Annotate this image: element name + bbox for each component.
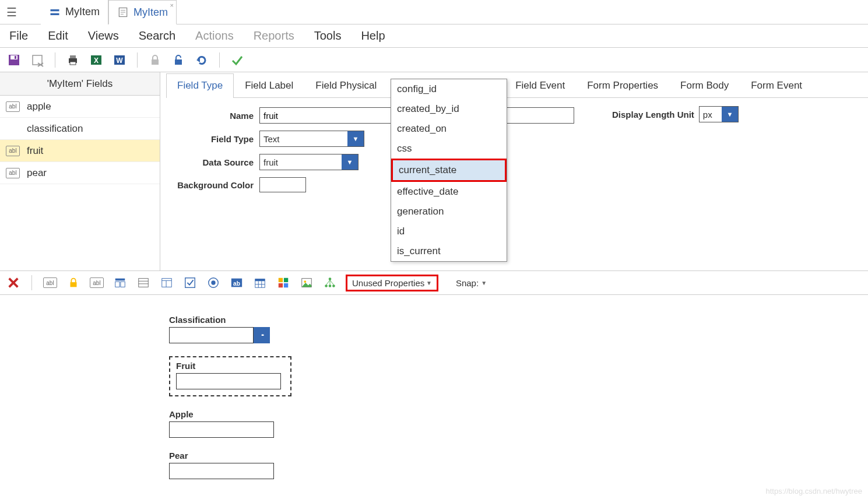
tab-label: MyItem: [133, 6, 168, 19]
svg-point-53: [332, 284, 335, 287]
apple-label: Apple: [169, 409, 461, 419]
chevron-down-icon[interactable]: ▼: [722, 107, 738, 122]
ellipsis-button[interactable]: ···: [254, 327, 270, 343]
done-icon[interactable]: [229, 52, 245, 68]
tab-field-label[interactable]: Field Label: [234, 73, 304, 97]
prop-tabs: Field Type Field Label Field Physical Fi…: [166, 73, 868, 98]
svg-line-54: [326, 280, 330, 284]
datasource-select[interactable]: fruit ▼: [259, 154, 359, 170]
undo-icon[interactable]: [194, 52, 210, 68]
toolbar: X W: [0, 48, 868, 72]
svg-point-50: [329, 277, 332, 280]
image-icon[interactable]: [299, 275, 314, 290]
tab-form-event[interactable]: Form Event: [740, 73, 813, 97]
abl-icon: abl: [6, 168, 20, 178]
svg-rect-46: [279, 283, 283, 287]
snap-button[interactable]: Snap: ▼: [456, 278, 487, 288]
svg-rect-27: [121, 282, 125, 287]
apple-input[interactable]: [169, 421, 274, 438]
tree-icon[interactable]: [322, 275, 338, 290]
tiles-icon[interactable]: [276, 275, 291, 290]
form-layout-icon[interactable]: [159, 275, 174, 290]
tab-field-physical[interactable]: Field Physical: [304, 73, 388, 97]
check-icon[interactable]: [182, 275, 198, 290]
svg-rect-28: [139, 279, 149, 287]
chevron-down-icon[interactable]: ▼: [342, 154, 358, 170]
form-area: Name Field Type Text ▼ Data Source fruit…: [160, 98, 868, 209]
layout1-icon[interactable]: [113, 275, 128, 290]
abl-textbox2-icon[interactable]: abl: [89, 275, 104, 290]
field-row-apple[interactable]: abl apple: [0, 96, 160, 118]
tab-field-type[interactable]: Field Type: [166, 73, 234, 98]
tab-form-properties[interactable]: Form Properties: [576, 73, 669, 97]
close-icon[interactable]: ×: [170, 2, 174, 9]
svg-rect-26: [115, 282, 120, 287]
excel-icon[interactable]: X: [88, 52, 104, 68]
field-row-pear[interactable]: abl pear: [0, 162, 160, 184]
print-icon[interactable]: [65, 52, 81, 68]
dd-generation[interactable]: generation: [391, 202, 507, 222]
dd-created-by-id[interactable]: created_by_id: [391, 99, 507, 119]
classification-input[interactable]: [169, 327, 254, 343]
unused-properties-button[interactable]: Unused Properties ▼: [346, 275, 438, 291]
mid-toolbar: abl abl ab Unused Properties ▼ Snap: ▼: [0, 270, 868, 295]
list-icon[interactable]: [136, 275, 151, 290]
menu-help[interactable]: Help: [357, 27, 388, 45]
tab-label: MyItem: [65, 6, 100, 18]
svg-rect-47: [284, 283, 288, 287]
select-text: px: [700, 107, 722, 122]
field-label: pear: [27, 167, 47, 179]
sidebar: 'MyItem' Fields abl apple classification…: [0, 72, 160, 270]
close-x-icon[interactable]: [6, 275, 21, 290]
menu-actions[interactable]: Actions: [192, 27, 237, 45]
dd-config-id[interactable]: config_id: [391, 79, 507, 99]
delete-icon[interactable]: [29, 52, 45, 68]
hamburger-icon[interactable]: ☰: [0, 5, 23, 19]
tab-form-body[interactable]: Form Body: [669, 73, 740, 97]
menu-file[interactable]: File: [6, 27, 31, 45]
fruit-box[interactable]: Fruit: [169, 356, 291, 396]
dd-current-state[interactable]: current_state: [391, 159, 507, 182]
menu-search[interactable]: Search: [135, 27, 179, 45]
menu-reports[interactable]: Reports: [250, 27, 298, 45]
lock-icon[interactable]: [147, 52, 163, 68]
dd-effective-date[interactable]: effective_date: [391, 182, 507, 202]
unlock-icon[interactable]: [170, 52, 187, 68]
ab-icon[interactable]: ab: [229, 275, 244, 290]
watermark: https://blog.csdn.net/hwytree: [766, 487, 862, 496]
dd-created-on[interactable]: created_on: [391, 119, 507, 139]
svg-rect-44: [279, 278, 283, 282]
word-icon[interactable]: W: [111, 52, 128, 68]
lock-yellow-icon[interactable]: [66, 275, 81, 290]
svg-rect-0: [51, 9, 59, 11]
tab-myitem-form[interactable]: × MyItem: [108, 0, 177, 24]
svg-text:X: X: [94, 57, 99, 65]
menu-tools[interactable]: Tools: [311, 27, 345, 45]
svg-point-36: [211, 280, 215, 284]
menu-views[interactable]: Views: [85, 27, 122, 45]
dd-css[interactable]: css: [391, 139, 507, 159]
dd-is-current[interactable]: is_current: [391, 241, 507, 261]
tab-myitem-main[interactable]: MyItem: [41, 0, 108, 24]
radio-icon[interactable]: [206, 275, 221, 290]
pear-input[interactable]: [169, 463, 274, 479]
bgcolor-label: Background Color: [172, 180, 259, 190]
menu-edit[interactable]: Edit: [44, 27, 71, 45]
save-icon[interactable]: [6, 52, 22, 68]
dropdown-scroll[interactable]: config_id created_by_id created_on css c…: [391, 79, 507, 261]
snap-label: Snap:: [456, 278, 479, 288]
color-swatch[interactable]: [259, 177, 306, 192]
fieldtype-select[interactable]: Text ▼: [259, 131, 364, 147]
field-row-fruit[interactable]: abl fruit: [0, 140, 160, 162]
display-length-select[interactable]: px ▼: [699, 106, 739, 122]
select-text: Text: [260, 131, 347, 146]
field-row-classification[interactable]: classification: [0, 118, 160, 140]
tab-field-event[interactable]: Field Event: [504, 73, 576, 97]
abl-icon: abl: [6, 101, 20, 112]
abl-textbox-icon[interactable]: abl: [43, 275, 58, 290]
fruit-input[interactable]: [176, 373, 281, 389]
chevron-down-icon[interactable]: ▼: [347, 131, 364, 146]
field-label: apple: [27, 101, 51, 113]
calendar-icon[interactable]: [252, 275, 268, 290]
dd-id[interactable]: id: [391, 222, 507, 241]
